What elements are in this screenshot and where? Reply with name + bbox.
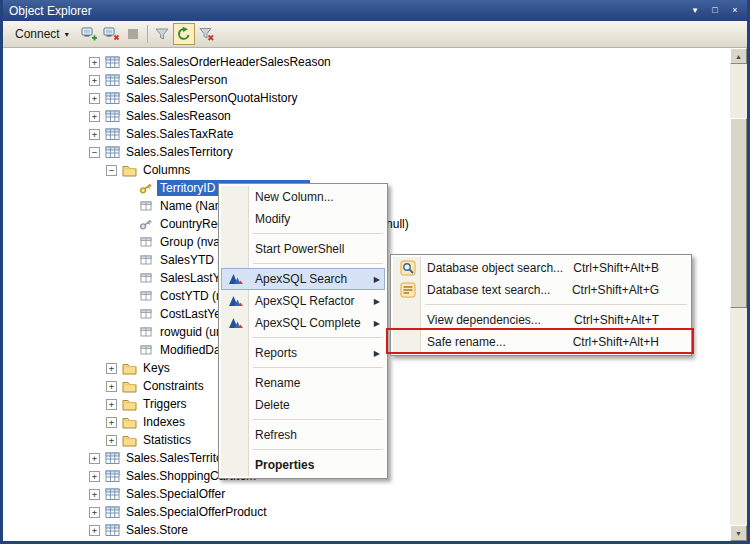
context-menu: New Column...ModifyStart PowerShellApexS…: [218, 183, 388, 479]
maximize-icon[interactable]: □: [707, 4, 723, 18]
chevron-down-icon: ▾: [65, 30, 69, 39]
tree-row-label: Sales.SalesPerson: [123, 72, 230, 88]
toolbar-separator: [147, 25, 148, 43]
key-gold-icon: [138, 180, 154, 196]
apexsql-icon: [228, 271, 244, 287]
tree-row[interactable]: +Sales.SalesPerson: [3, 71, 730, 89]
expand-icon[interactable]: +: [89, 75, 100, 86]
expand-icon[interactable]: +: [106, 381, 117, 392]
column-icon: [138, 252, 154, 268]
window-title: Object Explorer: [9, 4, 687, 18]
column-icon: [138, 342, 154, 358]
menu-separator: [425, 304, 687, 305]
submenu-arrow-icon: ▶: [374, 319, 380, 328]
menu-item-reports[interactable]: Reports▶: [221, 342, 385, 364]
clear-filter-icon[interactable]: [195, 23, 217, 45]
expand-icon[interactable]: +: [89, 93, 100, 104]
tree-row[interactable]: +Sales.SalesOrderHeaderSalesReason: [3, 53, 730, 71]
tree-row[interactable]: +Sales.SpecialOffer: [3, 485, 730, 503]
window-menu-icon[interactable]: ▾: [687, 4, 703, 18]
filter-icon[interactable]: [151, 23, 173, 45]
tree-row-label: Constraints: [140, 378, 207, 394]
expand-icon[interactable]: +: [89, 111, 100, 122]
menu-item-shortcut: Ctrl+Shift+Alt+G: [572, 283, 659, 297]
refresh-icon[interactable]: [173, 23, 195, 45]
table-icon: [104, 90, 120, 106]
tree-row[interactable]: +Sales.Store: [3, 521, 730, 539]
tree-row[interactable]: +Sales.SalesPersonQuotaHistory: [3, 89, 730, 107]
scroll-down-button[interactable]: ▼: [730, 525, 747, 541]
apexsql-icon: [228, 293, 244, 309]
menu-item-refresh[interactable]: Refresh: [221, 424, 385, 446]
menu-item-start-powershell[interactable]: Start PowerShell: [221, 238, 385, 260]
expand-icon[interactable]: +: [106, 363, 117, 374]
menu-item-database-text-search[interactable]: Database text search...Ctrl+Shift+Alt+G: [393, 279, 689, 301]
submenu-arrow-icon: ▶: [374, 297, 380, 306]
connect-button[interactable]: Connect ▾: [7, 23, 77, 45]
tree-row-label: Sales.SpecialOffer: [123, 486, 228, 502]
menu-item-apexsql-complete[interactable]: ApexSQL Complete▶: [221, 312, 385, 334]
column-icon: [138, 306, 154, 322]
menu-item-label: Modify: [255, 212, 290, 226]
expand-icon[interactable]: +: [106, 435, 117, 446]
connect-icon[interactable]: [78, 23, 100, 45]
expand-icon[interactable]: +: [89, 525, 100, 536]
disconnect-icon[interactable]: [100, 23, 122, 45]
menu-item-label: Refresh: [255, 428, 297, 442]
tree-row-label: Indexes: [140, 414, 188, 430]
vertical-scrollbar[interactable]: ▲ ▼: [730, 48, 747, 541]
column-icon: [138, 288, 154, 304]
menu-item-label: Delete: [255, 398, 290, 412]
menu-item-delete[interactable]: Delete: [221, 394, 385, 416]
tree-row[interactable]: +Sales.SalesReason: [3, 107, 730, 125]
titlebar[interactable]: Object Explorer ▾□×: [3, 0, 747, 21]
stop-icon[interactable]: [122, 23, 144, 45]
menu-item-label: Reports: [255, 346, 297, 360]
table-icon: [104, 468, 120, 484]
tree-row-label: Triggers: [140, 396, 190, 412]
menu-item-shortcut: Ctrl+Shift+Alt+B: [573, 261, 659, 275]
expand-icon[interactable]: +: [106, 399, 117, 410]
collapse-icon[interactable]: −: [106, 165, 117, 176]
expand-icon[interactable]: +: [89, 471, 100, 482]
submenu-arrow-icon: ▶: [374, 349, 380, 358]
column-icon: [138, 234, 154, 250]
expand-icon[interactable]: +: [89, 453, 100, 464]
menu-separator: [253, 233, 383, 234]
table-icon: [104, 450, 120, 466]
tree-row-label: Sales.SalesTerritory: [123, 144, 236, 160]
folder-icon: [121, 162, 137, 178]
expand-icon[interactable]: +: [89, 489, 100, 500]
tree-row[interactable]: +Sales.SpecialOfferProduct: [3, 503, 730, 521]
close-icon[interactable]: ×: [727, 4, 743, 18]
expand-icon[interactable]: +: [89, 57, 100, 68]
expand-icon[interactable]: +: [89, 507, 100, 518]
tree-row-label: Sales.SalesReason: [123, 108, 234, 124]
menu-separator: [253, 449, 383, 450]
menu-item-label: Database object search...: [427, 261, 563, 275]
object-search-icon: [400, 260, 416, 276]
tree-row[interactable]: −Sales.SalesTerritory: [3, 143, 730, 161]
menu-item-new-column[interactable]: New Column...: [221, 186, 385, 208]
menu-item-label: ApexSQL Refactor: [255, 294, 355, 308]
menu-item-apexsql-search[interactable]: ApexSQL Search▶: [221, 268, 385, 290]
menu-item-label: Rename: [255, 376, 300, 390]
folder-icon: [121, 378, 137, 394]
tree-row[interactable]: −Columns: [3, 161, 730, 179]
expand-icon[interactable]: +: [106, 417, 117, 428]
scrollbar-thumb[interactable]: [730, 118, 747, 308]
tree-row[interactable]: +Sales.SalesTaxRate: [3, 125, 730, 143]
menu-item-modify[interactable]: Modify: [221, 208, 385, 230]
tree-row-label: Sales.SalesPersonQuotaHistory: [123, 90, 300, 106]
menu-item-rename[interactable]: Rename: [221, 372, 385, 394]
table-icon: [104, 126, 120, 142]
table-icon: [104, 144, 120, 160]
scroll-up-button[interactable]: ▲: [730, 48, 747, 64]
tree-row-label: Sales.SalesTaxRate: [123, 126, 236, 142]
menu-item-properties[interactable]: Properties: [221, 454, 385, 476]
expand-icon[interactable]: +: [89, 129, 100, 140]
menu-item-apexsql-refactor[interactable]: ApexSQL Refactor▶: [221, 290, 385, 312]
menu-item-database-object-search[interactable]: Database object search...Ctrl+Shift+Alt+…: [393, 257, 689, 279]
menu-item-label: Database text search...: [427, 283, 550, 297]
collapse-icon[interactable]: −: [89, 147, 100, 158]
